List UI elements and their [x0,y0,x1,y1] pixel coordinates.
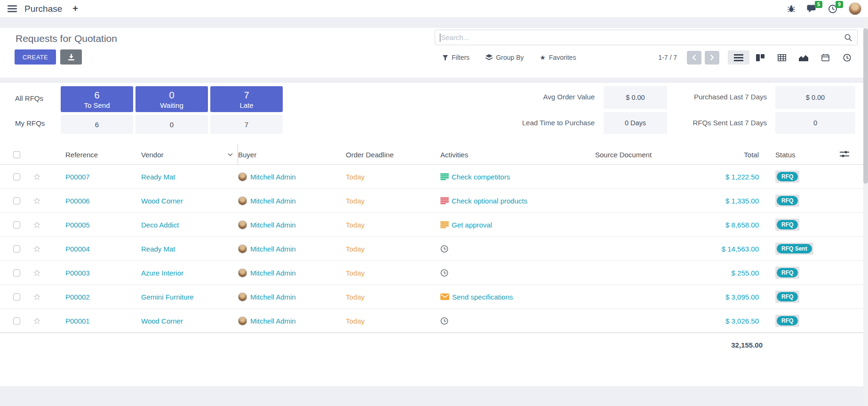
buyer-link[interactable]: Mitchell Admin [250,221,296,229]
row-checkbox[interactable] [13,197,20,204]
app-title[interactable]: Purchase [24,4,62,14]
reference-link[interactable]: P00002 [53,293,141,301]
vendor-link[interactable]: Ready Mat [141,245,238,253]
view-pivot-icon[interactable] [771,50,793,65]
clock-icon[interactable] [440,245,448,253]
header-reference[interactable]: Reference [53,151,141,159]
card-my-late[interactable]: 7 [210,115,283,134]
buyer-link[interactable]: Mitchell Admin [250,197,296,205]
header-activities[interactable]: Activities [440,151,595,159]
header-status[interactable]: Status [763,151,852,159]
activity-cell[interactable] [440,317,595,325]
reference-link[interactable]: P00007 [53,173,141,181]
clock-icon[interactable] [440,317,448,325]
favorite-star-icon[interactable]: ☆ [33,196,41,205]
activity-label[interactable]: Check competitors [452,173,510,181]
search-input[interactable] [441,33,844,41]
buyer-link[interactable]: Mitchell Admin [250,269,296,277]
view-kanban-icon[interactable] [749,50,771,65]
pager-next-button[interactable] [705,51,719,65]
view-list-icon[interactable] [728,50,749,65]
search-icon[interactable] [844,33,852,42]
reference-link[interactable]: P00004 [53,245,141,253]
activity-cell[interactable] [440,245,595,253]
activity-cell[interactable]: Send specifications [440,293,595,301]
table-row[interactable]: ☆ P00004 Ready Mat Mitchell Admin Today … [0,237,863,261]
buyer-link[interactable]: Mitchell Admin [250,173,296,181]
view-activity-icon[interactable] [836,50,858,65]
reference-link[interactable]: P00001 [53,317,141,325]
favorite-star-icon[interactable]: ☆ [33,292,41,301]
mail-icon[interactable] [440,293,449,300]
clock-icon[interactable] [440,269,448,277]
header-buyer[interactable]: Buyer [238,151,343,159]
activity-label[interactable]: Check optional products [452,197,527,205]
header-total[interactable]: Total [710,151,763,159]
table-row[interactable]: ☆ P00003 Azure Interior Mitchell Admin T… [0,261,863,285]
export-download-icon[interactable] [60,49,82,65]
messages-icon[interactable]: 5 [807,4,817,13]
table-row[interactable]: ☆ P00006 Wood Corner Mitchell Admin Toda… [0,189,863,213]
table-row[interactable]: ☆ P00002 Gemini Furniture Mitchell Admin… [0,285,863,309]
list-green-icon[interactable] [440,173,449,180]
favorite-star-icon[interactable]: ☆ [33,244,41,253]
scrollbar-thumb[interactable] [863,28,868,184]
activity-label[interactable]: Send specifications [452,293,513,301]
header-order-deadline[interactable]: Order Deadline [343,151,440,159]
header-source-document[interactable]: Source Document [595,151,710,159]
vertical-scrollbar[interactable] [863,18,868,406]
apps-menu-icon[interactable] [7,3,18,14]
all-rfqs-filter[interactable]: All RFQs [15,94,43,102]
favorite-star-icon[interactable]: ☆ [33,220,41,229]
table-row[interactable]: ☆ P00001 Wood Corner Mitchell Admin Toda… [0,309,863,333]
search-box[interactable] [435,30,858,45]
my-rfqs-filter[interactable]: My RFQs [15,119,45,127]
view-graph-icon[interactable] [793,50,814,65]
create-button[interactable]: CREATE [15,49,56,65]
row-checkbox[interactable] [13,245,20,252]
pager-previous-button[interactable] [687,51,701,65]
list-yellow-icon[interactable] [440,221,449,228]
reference-link[interactable]: P00003 [53,269,141,277]
row-checkbox[interactable] [13,317,20,325]
buyer-link[interactable]: Mitchell Admin [250,317,296,325]
row-checkbox[interactable] [13,173,20,180]
row-checkbox[interactable] [13,221,20,228]
activities-clock-icon[interactable]: 9 [828,4,837,14]
vendor-link[interactable]: Azure Interior [141,269,238,277]
card-to-send[interactable]: 6 To Send [61,86,133,112]
user-avatar[interactable] [849,2,861,15]
buyer-link[interactable]: Mitchell Admin [250,293,296,301]
favorite-star-icon[interactable]: ☆ [33,268,41,277]
optional-columns-icon[interactable] [840,150,849,158]
vendor-link[interactable]: Ready Mat [141,173,238,181]
activity-label[interactable]: Get approval [452,221,492,229]
vendor-link[interactable]: Wood Corner [141,317,238,325]
favorites-button[interactable]: ★ Favorites [540,54,576,61]
list-red-icon[interactable] [440,197,449,204]
row-checkbox[interactable] [13,269,20,276]
reference-link[interactable]: P00006 [53,197,141,205]
activity-cell[interactable]: Check optional products [440,197,595,205]
favorite-star-icon[interactable]: ☆ [33,317,41,325]
group-by-button[interactable]: Group By [486,54,524,61]
filters-button[interactable]: Filters [442,54,470,61]
activity-cell[interactable]: Check competitors [440,173,595,181]
favorite-star-icon[interactable]: ☆ [33,172,41,181]
row-checkbox[interactable] [13,293,20,300]
vendor-link[interactable]: Deco Addict [141,221,238,229]
activity-cell[interactable] [440,269,595,277]
debug-bug-icon[interactable] [787,5,796,13]
vendor-link[interactable]: Wood Corner [141,197,238,205]
card-my-waiting[interactable]: 0 [135,115,208,134]
select-all-checkbox[interactable] [13,151,20,158]
card-late[interactable]: 7 Late [210,86,283,112]
view-calendar-icon[interactable] [814,50,836,65]
reference-link[interactable]: P00005 [53,221,141,229]
table-row[interactable]: ☆ P00005 Deco Addict Mitchell Admin Toda… [0,213,863,237]
new-tab-plus-icon[interactable]: + [72,3,78,14]
card-waiting[interactable]: 0 Waiting [135,86,208,112]
table-row[interactable]: ☆ P00007 Ready Mat Mitchell Admin Today … [0,165,863,189]
buyer-link[interactable]: Mitchell Admin [250,245,296,253]
activity-cell[interactable]: Get approval [440,221,595,229]
